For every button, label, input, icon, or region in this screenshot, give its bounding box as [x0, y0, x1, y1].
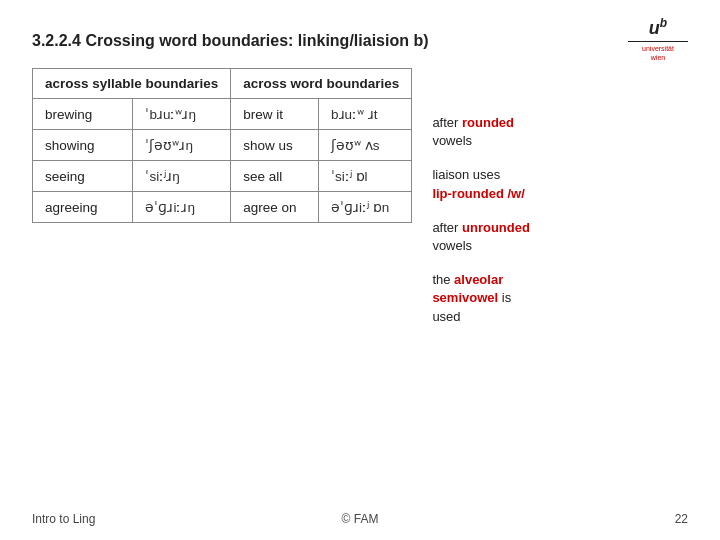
table-row: brewingˈbɹuːʷɹŋbrew itbɹuːʷ ɹt: [33, 99, 412, 130]
footer: Intro to Ling © FAM 22: [32, 512, 688, 526]
footer-right: 22: [675, 512, 688, 526]
note-item: after roundedvowels: [432, 106, 688, 158]
table-row: seeingˈsiːʲɹŋsee allˈsiːʲ ɒl: [33, 161, 412, 192]
note-item: the alveolarsemivowel isused: [432, 263, 688, 334]
page-title: 3.2.2.4 Crossing word boundaries: linkin…: [32, 32, 688, 50]
notes-panel: after roundedvowelsliaison useslip-round…: [432, 68, 688, 334]
logo-area: ub universitätwien: [628, 16, 688, 62]
syllable-ipa-cell: əˈɡɹiːɹŋ: [133, 192, 231, 223]
table-row: showingˈʃəʊʷɹŋshow usʃəʊʷ ʌs: [33, 130, 412, 161]
syllable-word-cell: brewing: [33, 99, 133, 130]
note-item: after unroundedvowels: [432, 211, 688, 263]
table-wrap: across syllable boundaries across word b…: [32, 68, 412, 334]
word-phrase-cell: show us: [231, 130, 319, 161]
syllable-ipa-cell: ˈʃəʊʷɹŋ: [133, 130, 231, 161]
logo-formula: ub: [628, 16, 688, 39]
syllable-word-cell: showing: [33, 130, 133, 161]
word-ipa-cell: ˈsiːʲ ɒl: [319, 161, 412, 192]
word-phrase-cell: see all: [231, 161, 319, 192]
word-phrase-cell: brew it: [231, 99, 319, 130]
main-table: across syllable boundaries across word b…: [32, 68, 412, 223]
footer-center: © FAM: [342, 512, 379, 526]
table-header-row: across syllable boundaries across word b…: [33, 69, 412, 99]
note-highlight: unrounded: [462, 220, 530, 235]
logo-superscript: b: [660, 16, 667, 30]
word-ipa-cell: bɹuːʷ ɹt: [319, 99, 412, 130]
syllable-ipa-cell: ˈsiːʲɹŋ: [133, 161, 231, 192]
logo-line: [628, 41, 688, 42]
syllable-word-cell: seeing: [33, 161, 133, 192]
word-phrase-cell: agree on: [231, 192, 319, 223]
syllable-ipa-cell: ˈbɹuːʷɹŋ: [133, 99, 231, 130]
word-ipa-cell: ʃəʊʷ ʌs: [319, 130, 412, 161]
table-row: agreeingəˈɡɹiːɹŋagree onəˈɡɹiːʲ ɒn: [33, 192, 412, 223]
note-highlight: alveolarsemivowel: [432, 272, 503, 305]
note-item: liaison useslip-rounded /w/: [432, 158, 688, 210]
logo-text: universitätwien: [628, 44, 688, 62]
main-content: across syllable boundaries across word b…: [32, 68, 688, 334]
syllable-word-cell: agreeing: [33, 192, 133, 223]
note-highlight: lip-rounded /w/: [432, 186, 524, 201]
page: ub universitätwien 3.2.2.4 Crossing word…: [0, 0, 720, 540]
word-ipa-cell: əˈɡɹiːʲ ɒn: [319, 192, 412, 223]
note-highlight: rounded: [462, 115, 514, 130]
header-syllable: across syllable boundaries: [33, 69, 231, 99]
header-word: across word boundaries: [231, 69, 412, 99]
footer-left: Intro to Ling: [32, 512, 95, 526]
